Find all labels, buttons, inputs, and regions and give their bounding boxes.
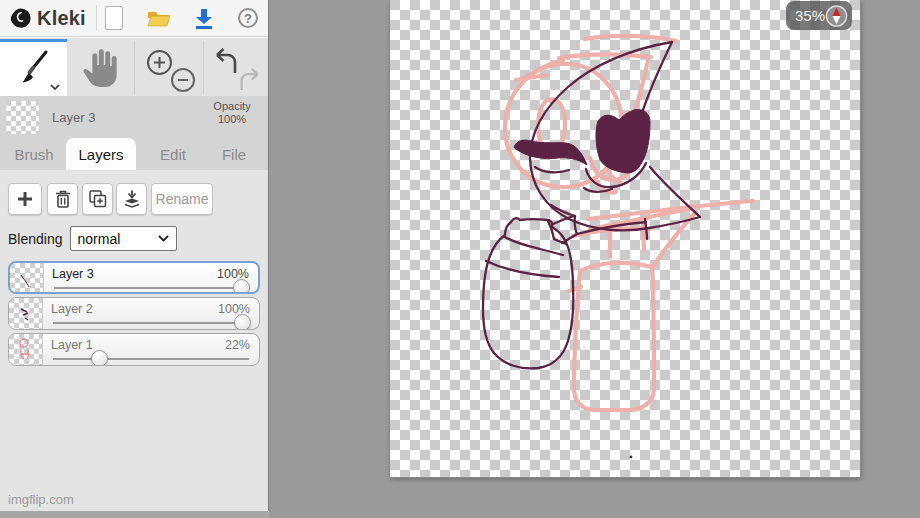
brush-icon [17,49,51,87]
layer2-thumbnail [9,298,43,329]
tab-layers[interactable]: Layers [66,138,136,170]
tool-divider-2 [203,41,204,94]
active-layer-name: Layer 3 [52,110,95,125]
zoom-out-button[interactable] [170,67,196,96]
app-title: Kleki [37,7,86,30]
open-file-button[interactable] [142,0,176,36]
duplicate-icon [89,190,107,208]
imgflip-watermark: imgflip.com [8,492,74,507]
redo-icon [238,68,263,91]
rename-layer-button[interactable]: Rename [151,183,213,215]
trash-icon [55,190,71,208]
layer-row-layer2[interactable]: Layer 2 100% [8,297,260,330]
help-button[interactable]: ? [231,0,265,36]
add-layer-button[interactable] [8,183,42,215]
workspace: 35% [270,0,920,518]
blending-label: Blending [8,231,63,247]
hand-tool-button[interactable] [67,39,134,97]
duplicate-layer-button[interactable] [82,183,113,215]
redo-button[interactable] [238,68,263,94]
folder-icon [147,9,171,27]
layer-name: Layer 1 [51,338,93,352]
tab-edit[interactable]: Edit [144,138,202,170]
slider-track [54,287,248,289]
zoom-out-icon [170,67,196,93]
layer-opacity-slider[interactable] [52,281,250,294]
compass-rotation-icon[interactable] [825,4,848,28]
blending-select[interactable]: normal [70,226,177,251]
opacity-value: 100% [206,113,258,126]
ink-layer [483,42,700,458]
zoom-in-button[interactable] [146,49,173,79]
chevron-down-icon [50,84,60,90]
hand-icon [82,46,120,88]
kleki-logo[interactable]: Kleki [0,7,86,30]
tab-brush[interactable]: Brush [4,138,64,170]
left-panel: Kleki ? [0,0,269,518]
layer-opacity-slider[interactable] [51,352,251,366]
layers-panel: Rename Blending normal Layer 3 100% [0,170,268,511]
slider-knob[interactable] [234,314,251,330]
merge-layer-button[interactable] [116,183,147,215]
download-icon [194,8,214,29]
kleki-logo-icon [9,7,32,30]
panel-tabs: Brush Layers Edit File [0,138,268,170]
new-page-icon [105,6,123,30]
slider-knob[interactable] [233,279,250,294]
canvas[interactable] [390,0,860,477]
layer-name: Layer 2 [51,302,93,316]
brush-tool-button[interactable] [0,39,67,97]
active-layer-thumbnail[interactable] [6,101,39,134]
topbar: Kleki ? [0,0,268,37]
kleki-app: Kleki ? [0,0,920,518]
zoom-level: 35% [795,7,825,24]
help-icon: ? [238,8,258,28]
active-layer-preview: Layer 3 Opacity 100% [0,96,268,138]
undo-button[interactable] [211,48,239,77]
zoom-badge: 35% [786,1,852,30]
layer-row-layer3[interactable]: Layer 3 100% [8,261,260,294]
plus-icon [17,191,33,207]
new-image-button[interactable] [97,0,131,36]
layer-opacity-value: 22% [225,338,250,352]
layer-name: Layer 3 [52,267,94,281]
layer-row-layer1[interactable]: Layer 1 22% [8,333,260,366]
opacity-label: Opacity [206,100,258,113]
slider-track [53,322,249,324]
merge-down-icon [123,190,141,208]
layer3-thumbnail [10,263,44,292]
tool-row [0,37,268,96]
opacity-readout: Opacity 100% [206,100,258,126]
download-button[interactable] [187,0,221,36]
zoom-in-icon [146,49,173,76]
layer-opacity-slider[interactable] [51,316,251,330]
select-chevron-icon [158,235,169,242]
layer1-thumbnail [9,334,43,365]
slider-knob[interactable] [91,350,108,366]
blending-row: Blending normal [8,226,177,251]
bottom-strip [0,511,269,518]
canvas-drawing [390,0,860,477]
tool-divider [134,41,135,94]
tab-file[interactable]: File [206,138,262,170]
undo-icon [211,48,239,74]
blending-value: normal [78,231,121,247]
delete-layer-button[interactable] [47,183,78,215]
slider-track [53,358,249,360]
